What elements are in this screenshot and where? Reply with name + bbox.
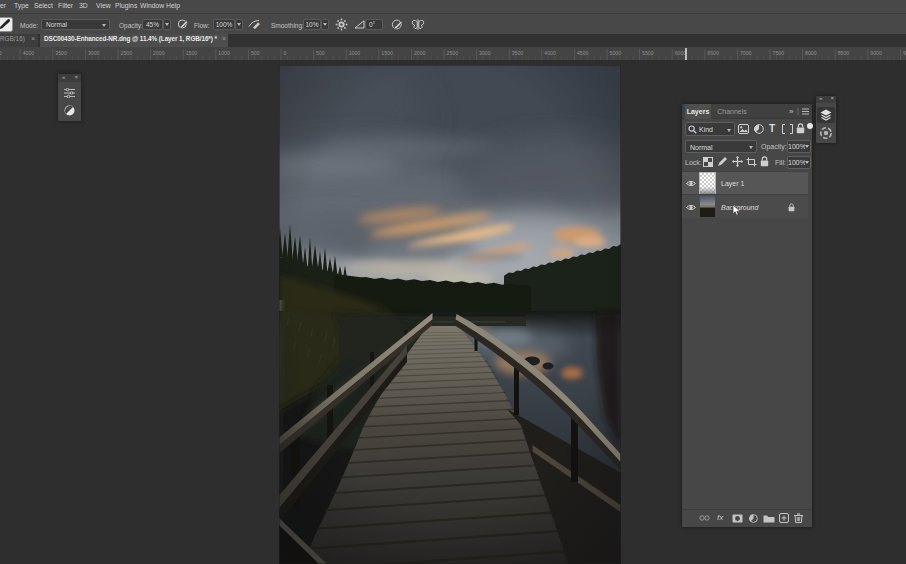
svg-text:2000: 2000 — [153, 50, 165, 56]
svg-text:1500: 1500 — [186, 50, 198, 56]
svg-text:9000: 9000 — [870, 50, 882, 56]
svg-text:1000: 1000 — [349, 50, 361, 56]
svg-text:8000: 8000 — [805, 50, 817, 56]
svg-text:4000: 4000 — [23, 50, 35, 56]
svg-text:2000: 2000 — [414, 50, 426, 56]
svg-text:3500: 3500 — [55, 50, 67, 56]
svg-text:6000: 6000 — [675, 50, 687, 56]
svg-text:1000: 1000 — [218, 50, 230, 56]
svg-text:5500: 5500 — [642, 50, 654, 56]
svg-text:3000: 3000 — [88, 50, 100, 56]
svg-text:500: 500 — [316, 50, 325, 56]
svg-text:4500: 4500 — [577, 50, 589, 56]
svg-text:4500: 4500 — [0, 50, 2, 56]
svg-text:500: 500 — [251, 50, 260, 56]
svg-text:3000: 3000 — [479, 50, 491, 56]
svg-text:2500: 2500 — [121, 50, 133, 56]
svg-text:7500: 7500 — [773, 50, 785, 56]
svg-text:8500: 8500 — [838, 50, 850, 56]
svg-text:6500: 6500 — [707, 50, 719, 56]
svg-text:2500: 2500 — [447, 50, 459, 56]
svg-text:7000: 7000 — [740, 50, 752, 56]
svg-text:3500: 3500 — [512, 50, 524, 56]
svg-text:4000: 4000 — [544, 50, 556, 56]
svg-text:5000: 5000 — [610, 50, 622, 56]
svg-text:1500: 1500 — [381, 50, 393, 56]
svg-text:0: 0 — [284, 50, 287, 56]
